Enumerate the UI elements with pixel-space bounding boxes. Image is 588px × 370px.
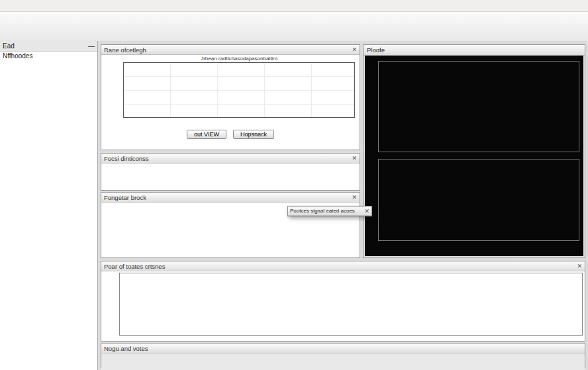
signal-y-axis	[103, 273, 119, 336]
scope-bottom-y-axis	[366, 159, 377, 240]
waveform-x-axis	[123, 119, 355, 126]
shortcuts-panel: Focsi dinticonss ✕	[101, 153, 360, 191]
controls-panel-title: Nogu and votes	[104, 345, 148, 352]
sidebar-header: Ead —	[0, 41, 97, 52]
close-icon[interactable]: ✕	[352, 46, 357, 53]
close-icon[interactable]: ✕	[364, 208, 369, 214]
close-icon[interactable]: ✕	[352, 194, 357, 201]
scope-panel-title: Ploofe	[367, 46, 385, 54]
out-view-button[interactable]: out VIEW	[187, 130, 226, 139]
controls-panel: Nogu and votes	[101, 343, 585, 368]
scope-top-y-axis	[366, 61, 377, 151]
menu-bar	[0, 0, 588, 12]
signal-plot[interactable]	[119, 273, 583, 336]
waveform-chart: Jrhean radtichasodapasonbaltim	[104, 56, 357, 126]
sidebar-title: Ead	[3, 42, 15, 50]
application-window: Ead — Nffhoodes Rane ofcetlegh ✕ Jrhean …	[0, 0, 588, 370]
signal-panel-titlebar: Poar of toates crtsnes ✕	[101, 261, 585, 271]
waveform-panel-titlebar: Rane ofcetlegh ✕	[101, 45, 360, 55]
tools-panel: Fongetar brock ✕	[101, 192, 360, 258]
scope-plot-area	[365, 56, 583, 256]
signal-panel: Poar of toates crtsnes ✕	[101, 261, 585, 342]
scope-panel: Ploofe	[363, 44, 585, 258]
close-icon[interactable]: ✕	[577, 263, 582, 269]
scope-top-plot[interactable]	[378, 61, 579, 152]
waveform-panel: Rane ofcetlegh ✕ Jrhean radtichasodapaso…	[101, 44, 360, 150]
shortcuts-panel-title: Focsi dinticonss	[104, 155, 149, 162]
scope-toolbar: Ploofe	[364, 45, 585, 56]
close-icon[interactable]: ✕	[352, 155, 357, 162]
signal-panel-title: Poar of toates crtsnes	[104, 263, 165, 270]
waveform-buttons: out VIEW Hopsnack	[101, 126, 360, 142]
tools-panel-title: Fongetar brock	[104, 194, 146, 201]
tools-panel-titlebar: Fongetar brock ✕	[101, 193, 360, 203]
waveform-chart-title: Jrhean radtichasodapasonbaltim	[124, 56, 354, 62]
hopsnack-button[interactable]: Hopsnack	[233, 130, 274, 139]
context-menu-title: Pootces signal eated acoes	[290, 208, 355, 214]
shortcut-icons-row	[101, 163, 360, 167]
waveform-y-axis	[104, 62, 123, 118]
signal-chart	[103, 271, 583, 340]
main-toolbar	[0, 12, 588, 42]
waveform-plot[interactable]	[123, 62, 355, 118]
collapse-icon[interactable]: —	[88, 42, 95, 50]
waveform-panel-title: Rane ofcetlegh	[104, 46, 146, 54]
controls-panel-titlebar: Nogu and votes	[101, 344, 585, 353]
shortcuts-panel-titlebar: Focsi dinticonss ✕	[101, 154, 360, 163]
context-menu: Pootces signal eated acoes ✕	[287, 206, 372, 216]
scope-x-axis	[378, 248, 579, 254]
context-menu-titlebar: Pootces signal eated acoes ✕	[288, 207, 371, 216]
controls-row	[101, 353, 585, 370]
sidebar-list-header[interactable]: Nffhoodes	[0, 52, 97, 62]
sidebar: Ead — Nffhoodes	[0, 41, 98, 370]
scope-bottom-plot[interactable]	[378, 159, 579, 241]
